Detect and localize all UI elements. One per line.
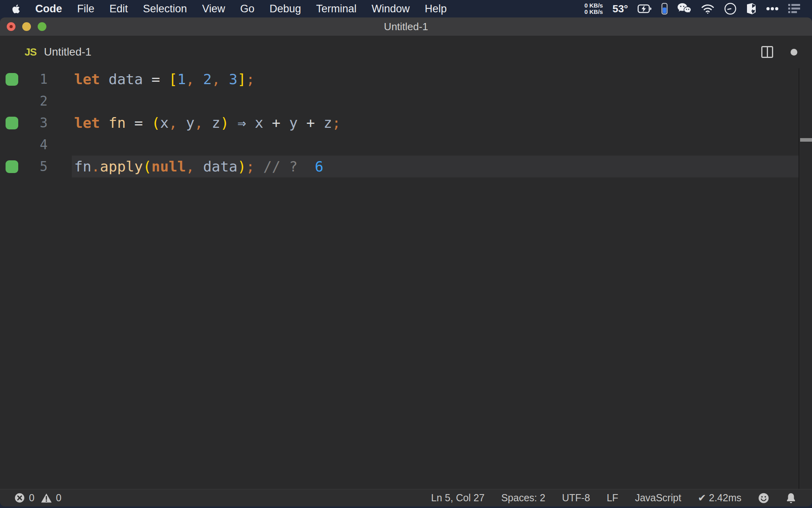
code-token: y [289, 115, 298, 131]
code-token [203, 115, 212, 131]
line-number[interactable]: 2 [18, 93, 48, 109]
code-token [255, 158, 263, 175]
statusbar: 0 0 Ln 5, Col 27Spaces: 2UTF-8LFJavaScri… [0, 489, 812, 506]
notifications-bell-icon[interactable] [786, 493, 796, 504]
coverage-marker-icon [6, 73, 18, 86]
code-token: ( [143, 158, 151, 175]
status-quokka-time[interactable]: ✔ 2.42ms [698, 492, 741, 504]
code-token: , [186, 158, 195, 175]
window-titlebar[interactable]: Untitled-1 [0, 17, 812, 36]
line-number[interactable]: 4 [18, 137, 48, 152]
code-token: z [324, 115, 332, 131]
feedback-smiley-icon[interactable] [758, 493, 769, 504]
do-not-disturb-icon[interactable] [724, 2, 737, 15]
problems-warnings[interactable]: 0 [41, 492, 61, 504]
gutter-marker-cell [0, 73, 18, 86]
battery-level-icon[interactable] [661, 3, 668, 15]
code-line-2[interactable]: 2 [0, 90, 812, 112]
line-number[interactable]: 5 [18, 159, 48, 174]
line-content[interactable]: fn.apply(null, data); // ? 6 [72, 156, 799, 177]
wifi-icon[interactable] [701, 4, 714, 14]
code-token: x [255, 115, 263, 131]
code-token: + [306, 115, 315, 131]
code-line-3[interactable]: 3let fn = (x, y, z) ⇒ x + y + z; [0, 112, 812, 134]
editor-tab-bar: JS Untitled-1 [0, 36, 812, 68]
code-token: x [160, 115, 169, 131]
menu-go[interactable]: Go [240, 3, 255, 15]
menubar: CodeFileEditSelectionViewGoDebugTerminal… [0, 0, 812, 17]
menu-debug[interactable]: Debug [270, 3, 301, 15]
code-token: let [74, 115, 100, 131]
line-content[interactable] [72, 134, 799, 156]
code-token [195, 71, 203, 87]
code-token [143, 115, 151, 131]
code-token: , [212, 71, 220, 87]
overview-ruler [799, 68, 812, 489]
more-icon[interactable] [766, 7, 779, 11]
list-icon[interactable] [788, 4, 800, 14]
status-language[interactable]: JavaScript [635, 492, 681, 504]
code-token [263, 115, 272, 131]
code-token [229, 115, 237, 131]
window-title: Untitled-1 [0, 21, 812, 33]
code-editor[interactable]: 1let data = [1, 2, 3];23let fn = (x, y, … [0, 68, 812, 489]
code-token [177, 115, 186, 131]
code-token: fn [74, 158, 91, 175]
line-content[interactable]: let data = [1, 2, 3]; [72, 68, 799, 90]
code-token: ) [220, 115, 229, 131]
code-line-4[interactable]: 4 [0, 134, 812, 156]
line-content[interactable]: let fn = (x, y, z) ⇒ x + y + z; [72, 112, 799, 134]
menu-code[interactable]: Code [35, 3, 62, 15]
gutter-marker-cell [0, 117, 18, 129]
tab-untitled-1[interactable]: Untitled-1 [44, 46, 92, 58]
code-token [246, 115, 255, 131]
line-number[interactable]: 1 [18, 71, 48, 87]
code-token [280, 115, 289, 131]
code-token: ; [246, 71, 255, 87]
code-line-5[interactable]: 5fn.apply(null, data); // ? 6 [0, 156, 812, 177]
overview-ruler-marker [800, 138, 812, 142]
code-token: y [186, 115, 195, 131]
menu-items: CodeFileEditSelectionViewGoDebugTerminal… [35, 3, 447, 15]
line-number[interactable]: 3 [18, 115, 48, 131]
unsaved-changes-dot[interactable] [791, 49, 797, 56]
apple-icon[interactable] [12, 4, 20, 14]
coverage-marker-icon [6, 160, 18, 173]
code-line-1[interactable]: 1let data = [1, 2, 3]; [0, 68, 812, 90]
code-token: + [272, 115, 281, 131]
line-content[interactable] [72, 90, 799, 112]
split-editor-icon[interactable] [761, 46, 773, 58]
temperature-status[interactable]: 53° [613, 3, 628, 15]
code-token [298, 115, 306, 131]
status-encoding[interactable]: UTF-8 [562, 492, 590, 504]
code-token [195, 158, 203, 175]
code-token: z [212, 115, 220, 131]
status-eol[interactable]: LF [607, 492, 618, 504]
code-token [100, 71, 109, 87]
wechat-icon[interactable] [677, 3, 691, 15]
code-token: ( [151, 115, 160, 131]
gutter-marker-cell [0, 160, 18, 173]
cube-icon[interactable] [746, 3, 756, 15]
code-token [160, 71, 169, 87]
menu-view[interactable]: View [202, 3, 225, 15]
code-token [298, 158, 315, 175]
menu-selection[interactable]: Selection [143, 3, 187, 15]
code-token: 1 [177, 71, 186, 87]
code-token: ; [332, 115, 341, 131]
code-token: , [186, 71, 195, 87]
code-token: apply [100, 158, 143, 175]
menu-file[interactable]: File [77, 3, 95, 15]
status-indentation[interactable]: Spaces: 2 [501, 492, 545, 504]
status-cursor-position[interactable]: Ln 5, Col 27 [431, 492, 485, 504]
menu-help[interactable]: Help [425, 3, 447, 15]
network-speed[interactable]: 0 KB/s 0 KB/s [584, 2, 603, 15]
menu-window[interactable]: Window [372, 3, 410, 15]
battery-charging-icon[interactable] [638, 4, 652, 14]
problems-errors[interactable]: 0 [14, 492, 34, 504]
menu-edit[interactable]: Edit [109, 3, 128, 15]
code-token: 2 [203, 71, 212, 87]
code-token [143, 71, 151, 87]
code-token: fn [109, 115, 126, 131]
menu-terminal[interactable]: Terminal [316, 3, 356, 15]
